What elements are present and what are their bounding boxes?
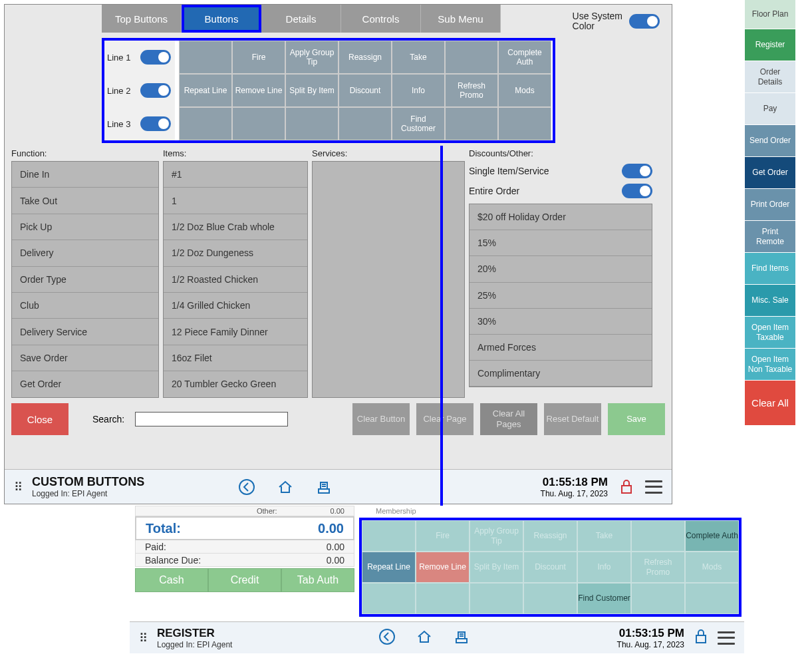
menu-icon[interactable] — [718, 631, 735, 645]
button-cell[interactable] — [445, 41, 498, 74]
list-item[interactable]: Get Order — [12, 371, 158, 397]
register-button[interactable]: Find Customer — [577, 583, 631, 614]
list-item[interactable]: Club — [12, 293, 158, 319]
tab-sub-menu[interactable]: Sub Menu — [421, 5, 501, 33]
list-item[interactable]: Delivery — [12, 240, 158, 266]
tab-auth-button[interactable]: Tab Auth — [281, 568, 354, 592]
list-item[interactable]: Take Out — [12, 188, 158, 214]
grip-icon[interactable]: ⠿ — [14, 480, 23, 494]
clear-all-pages-btn[interactable]: Clear All Pages — [480, 403, 537, 435]
list-item[interactable]: Save Order — [12, 345, 158, 371]
list-item[interactable]: 25% — [470, 283, 652, 309]
line-2-toggle[interactable] — [140, 83, 171, 98]
list-item[interactable]: 1/2 Doz Blue Crab whole — [164, 214, 307, 240]
items-list[interactable]: #111/2 Doz Blue Crab whole1/2 Doz Dungen… — [163, 161, 308, 398]
list-item[interactable]: Dine In — [12, 162, 158, 188]
button-cell[interactable]: Reassign — [338, 41, 392, 74]
register-button[interactable]: Fire — [416, 520, 470, 552]
menu-icon[interactable] — [645, 480, 662, 494]
list-item[interactable]: Armed Forces — [470, 335, 652, 361]
list-item[interactable]: #1 — [164, 162, 307, 188]
register-button[interactable]: Complete Auth — [685, 520, 739, 552]
button-cell[interactable]: Fire — [232, 41, 285, 74]
button-cell[interactable] — [498, 107, 551, 140]
button-cell[interactable]: Info — [392, 74, 445, 107]
register-button[interactable] — [416, 583, 470, 614]
button-cell[interactable] — [285, 107, 338, 140]
nav-open-item-taxable[interactable]: Open Item Taxable — [745, 317, 795, 349]
save-btn[interactable]: Save — [608, 403, 665, 435]
clear-page-btn[interactable]: Clear Page — [416, 403, 474, 435]
list-item[interactable]: 12 Piece Family Dinner — [164, 319, 307, 345]
register-button[interactable]: Reassign — [523, 520, 577, 552]
search-input[interactable] — [135, 412, 288, 426]
button-cell[interactable] — [445, 107, 498, 140]
register-button[interactable]: Split By Item — [470, 552, 523, 583]
list-item[interactable]: Delivery Service — [12, 319, 158, 345]
button-cell[interactable]: Split By Item — [285, 74, 338, 107]
register-button[interactable]: Refresh Promo — [631, 552, 685, 583]
list-item[interactable]: 16oz Filet — [164, 345, 307, 371]
register-button[interactable] — [470, 583, 523, 614]
back-icon[interactable] — [378, 628, 396, 648]
lock-icon[interactable] — [617, 478, 636, 496]
register-button[interactable]: Repeat Line — [362, 552, 416, 583]
credit-button[interactable]: Credit — [208, 568, 281, 592]
tab-top-buttons[interactable]: Top Buttons — [102, 5, 182, 33]
register-button[interactable]: Info — [577, 552, 631, 583]
register-button[interactable] — [362, 520, 416, 552]
nav-pay[interactable]: Pay — [745, 93, 795, 125]
nav-send-order[interactable]: Send Order — [745, 125, 795, 157]
button-cell[interactable]: Mods — [498, 74, 551, 107]
list-item[interactable]: 1/2 Roasted Chicken — [164, 267, 307, 293]
list-item[interactable]: 20 Tumbler Gecko Green — [164, 371, 307, 397]
button-cell[interactable]: Remove Line — [232, 74, 285, 107]
nav-floor-plan[interactable]: Floor Plan — [745, 0, 795, 29]
line-1-toggle[interactable] — [140, 50, 171, 65]
grip-icon[interactable]: ⠿ — [139, 631, 148, 645]
list-item[interactable]: 20% — [470, 256, 652, 282]
home-icon[interactable] — [416, 628, 433, 648]
back-icon[interactable] — [237, 478, 256, 496]
list-item[interactable]: 30% — [470, 309, 652, 335]
nav-print-remote[interactable]: Print Remote — [745, 221, 795, 253]
nav-order-details[interactable]: Order Details — [745, 61, 795, 93]
register-button[interactable] — [685, 583, 739, 614]
line-3-toggle[interactable] — [140, 116, 171, 131]
list-item[interactable]: $20 off Holiday Order — [470, 204, 652, 230]
list-item[interactable]: Pick Up — [12, 214, 158, 240]
single-item-toggle[interactable] — [622, 164, 652, 178]
register-button[interactable] — [631, 520, 685, 552]
entire-order-toggle[interactable] — [622, 184, 652, 198]
register-button[interactable] — [631, 583, 685, 614]
nav-open-item-non-taxable[interactable]: Open Item Non Taxable — [745, 349, 795, 381]
register-icon[interactable] — [315, 478, 333, 496]
tab-details[interactable]: Details — [261, 5, 341, 33]
nav-register[interactable]: Register — [745, 29, 795, 61]
close-button[interactable]: Close — [11, 403, 68, 435]
button-cell[interactable]: Repeat Line — [179, 74, 232, 107]
list-item[interactable]: 1/2 Doz Dungeness — [164, 240, 307, 266]
register-button[interactable]: Apply Group Tip — [470, 520, 523, 552]
list-item[interactable]: Order Type — [12, 267, 158, 293]
register-button[interactable]: Discount — [523, 552, 577, 583]
register-button[interactable] — [362, 583, 416, 614]
nav-find-items[interactable]: Find Items — [745, 253, 795, 285]
discounts-list[interactable]: $20 off Holiday Order15%20%25%30%Armed F… — [469, 204, 652, 387]
nav-misc-sale[interactable]: Misc. Sale — [745, 285, 795, 317]
register-button[interactable]: Remove Line — [416, 552, 470, 583]
button-cell[interactable] — [179, 41, 232, 74]
button-cell[interactable]: Refresh Promo — [445, 74, 498, 107]
home-icon[interactable] — [276, 478, 295, 496]
register-button[interactable]: Take — [577, 520, 631, 552]
register-icon[interactable] — [453, 628, 470, 648]
clear-button-btn[interactable]: Clear Button — [352, 403, 410, 435]
function-list[interactable]: Dine InTake OutPick UpDeliveryOrder Type… — [11, 161, 159, 398]
button-cell[interactable]: Apply Group Tip — [285, 41, 338, 74]
reset-default-btn[interactable]: Reset Default — [544, 403, 601, 435]
nav-clear-all[interactable]: Clear All — [745, 381, 795, 426]
button-cell[interactable] — [232, 107, 285, 140]
list-item[interactable]: 1/4 Grilled Chicken — [164, 293, 307, 319]
tab-controls[interactable]: Controls — [341, 5, 421, 33]
button-cell[interactable]: Find Customer — [392, 107, 445, 140]
